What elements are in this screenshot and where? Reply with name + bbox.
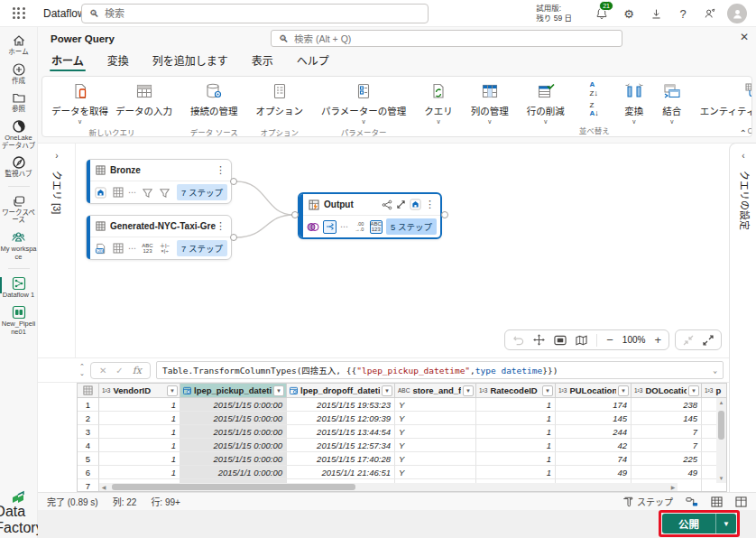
transform-button[interactable]: 変換 ∨ (621, 79, 648, 126)
scroll-left-icon[interactable]: ◀ (99, 484, 108, 490)
expand-diagonal-icon[interactable] (396, 199, 406, 209)
row-number[interactable]: 1 (78, 398, 99, 412)
formula-input[interactable]: Table.TransformColumnTypes(四捨五入, {{"lpep… (156, 361, 724, 379)
vscroll-thumb[interactable] (718, 411, 724, 440)
more-steps-icon[interactable]: ⋯ (340, 222, 349, 231)
settings-button[interactable]: ⚙ (615, 0, 642, 27)
data-preview-grid[interactable]: 1²3VendorID▼lpep_pickup_datetime▼lpep_dr… (77, 383, 727, 492)
node-menu-icon[interactable]: ⋮ (216, 164, 226, 176)
formula-cancel-icon[interactable]: ✕ (99, 366, 106, 376)
column-filter-button[interactable]: ▼ (542, 385, 553, 396)
nav-my-workspace[interactable]: My workspace (0, 229, 38, 261)
data-view-button[interactable] (711, 496, 723, 507)
formula-commit-icon[interactable]: ✓ (115, 366, 123, 376)
cell[interactable]: 1 (99, 439, 180, 452)
row-number[interactable]: 7 (78, 479, 99, 492)
row-number[interactable]: 4 (78, 439, 99, 452)
downloads-button[interactable] (642, 0, 669, 27)
hscroll-thumb[interactable] (112, 484, 355, 490)
steps-count-chip[interactable]: 5 ステップ (386, 218, 437, 235)
steps-count-chip[interactable]: 7 ステップ (177, 240, 227, 256)
diagram-view-button[interactable] (686, 496, 698, 507)
filter-step-icon[interactable] (158, 186, 171, 199)
column-header-PULocationID[interactable]: 1²3PULocationID▼ (556, 384, 632, 398)
expand-all-icon[interactable] (703, 335, 714, 346)
waffle-menu-icon[interactable] (11, 5, 27, 22)
nav-workspaces[interactable]: ワークスペース (0, 193, 38, 225)
node-menu-icon[interactable]: ⋮ (425, 199, 435, 210)
scroll-down-icon[interactable]: ▼ (719, 474, 724, 483)
rounding-step-icon[interactable]: .00→.0 (353, 220, 365, 234)
cell[interactable]: 1 (99, 466, 180, 479)
cell[interactable]: 2015/1/15 12:57:34 (287, 439, 395, 452)
cell[interactable]: Y (395, 439, 476, 452)
cell[interactable]: 74 (556, 452, 632, 466)
nav-new-pipeline[interactable]: New_Pipeline01 (0, 304, 38, 336)
pq-search-input[interactable] (294, 33, 614, 44)
close-icon[interactable]: ✕ (740, 31, 749, 43)
cell[interactable]: 1 (476, 398, 556, 412)
cell[interactable]: 1 (99, 412, 180, 425)
calculated-step-icon[interactable]: ＋|−×|÷ (158, 242, 171, 255)
pq-search-box[interactable]: 🔍︎ (271, 30, 622, 47)
tab-help[interactable]: ヘルプ (295, 48, 331, 74)
row-number[interactable]: 6 (78, 466, 99, 479)
nav-home[interactable]: ホーム (0, 32, 38, 57)
cell[interactable]: 2015/1/15 0:00:00 (180, 452, 287, 466)
tab-transform[interactable]: 変換 (106, 48, 131, 74)
nav-dataflow1[interactable]: Dataflow 1 (0, 275, 38, 300)
enter-data-button[interactable]: データの入力 (112, 79, 176, 126)
column-filter-button[interactable]: ▼ (463, 385, 474, 396)
column-header-VendorID[interactable]: 1²3VendorID▼ (99, 384, 180, 398)
cell[interactable]: Y (395, 412, 476, 425)
more-steps-icon[interactable]: ⋯ (128, 188, 137, 197)
column-header-RatecodeID[interactable]: 1²3RatecodeID▼ (476, 384, 556, 398)
nav-browse[interactable]: 参照 (0, 89, 38, 114)
cell[interactable]: 1 (476, 439, 556, 452)
cell[interactable]: 49 (556, 466, 632, 479)
split-step-icon[interactable] (323, 220, 337, 234)
more-steps-icon[interactable]: ⋯ (128, 244, 137, 253)
notifications-button[interactable]: 21 (588, 0, 615, 27)
table-step-icon[interactable] (111, 186, 124, 199)
manage-columns-button[interactable]: 列の管理 ∨ (467, 79, 512, 126)
combine-button[interactable]: 結合 ∨ (659, 79, 686, 126)
map-to-entity-button[interactable]: CDM エンティティにマップする (696, 79, 752, 126)
cell[interactable]: 2015/1/15 17:40:28 (287, 452, 395, 466)
cell[interactable]: Y (395, 452, 476, 466)
column-filter-button[interactable]: ▼ (726, 385, 727, 396)
cell[interactable]: 7 (632, 439, 702, 452)
sort-ascending-button[interactable]: AZ↓ (587, 79, 601, 100)
grid-corner-table-icon[interactable] (78, 384, 99, 398)
manage-connections-button[interactable]: 接続の管理 (187, 79, 242, 126)
minimap-icon[interactable] (576, 335, 587, 346)
query-settings-pane-collapsed[interactable]: ‹ クエリの設定 (729, 143, 756, 492)
cell[interactable]: 145 (632, 412, 702, 425)
cell[interactable]: 244 (556, 425, 632, 439)
steps-flyout-button[interactable]: ステップ (622, 495, 673, 508)
cell[interactable]: 2015/1/15 0:00:00 (180, 412, 287, 425)
pan-icon[interactable] (533, 334, 545, 346)
feedback-button[interactable] (696, 0, 724, 27)
node-menu-icon[interactable]: ⋮ (216, 220, 226, 232)
vertical-scrollbar[interactable]: ▲ ▼ (716, 398, 726, 483)
nav-onelake-hub[interactable]: OneLake データハブ (0, 118, 38, 150)
csv-source-icon[interactable]: CSV (94, 242, 107, 255)
cell[interactable]: 1 (99, 452, 180, 466)
cell[interactable]: Y (395, 466, 476, 479)
expand-settings-chevron-icon[interactable]: ‹ (730, 151, 756, 161)
share-branch-icon[interactable] (382, 199, 392, 210)
collapse-ribbon-chevron-icon[interactable]: ⌃ (740, 128, 747, 138)
diagram-canvas[interactable]: › クエリ [3] Bronze ⋮ ⋯ 7 ステップ Gener (38, 143, 756, 357)
column-filter-button[interactable]: ▼ (382, 385, 392, 396)
column-filter-button[interactable]: ▼ (688, 385, 699, 396)
cell[interactable]: 2015/1/15 0:00:00 (180, 439, 287, 452)
column-filter-button[interactable]: ▼ (618, 385, 629, 396)
query-node-output[interactable]: Output ⋮ ⋯ .00→.0 ABC123 5 ステップ (298, 192, 442, 239)
column-header-lpep_pickup_datetime[interactable]: lpep_pickup_datetime▼ (180, 384, 287, 398)
row-number[interactable]: 3 (78, 425, 99, 439)
query-button[interactable]: クエリ ∨ (420, 79, 456, 126)
table-step-icon[interactable] (111, 242, 124, 255)
get-data-button[interactable]: データを取得 ∨ (48, 79, 112, 126)
global-search-box[interactable]: 🔍︎ (81, 4, 429, 23)
